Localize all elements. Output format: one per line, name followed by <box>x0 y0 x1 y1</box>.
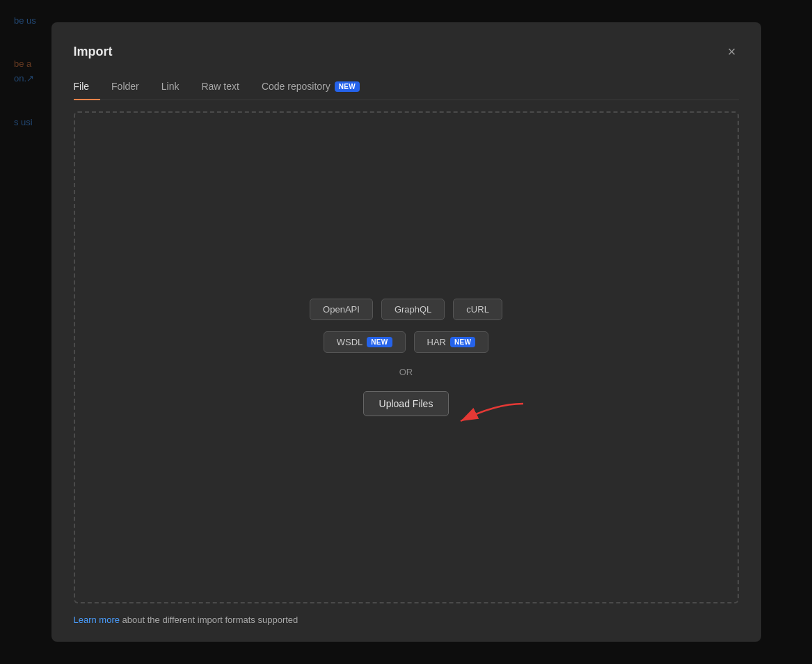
tab-bar: File Folder Link Raw text Code repositor… <box>74 75 739 100</box>
curl-button[interactable]: cURL <box>453 299 502 320</box>
modal-title: Import <box>74 45 113 59</box>
wsdl-button[interactable]: WSDL NEW <box>324 331 406 353</box>
footer-description: about the different import formats suppo… <box>120 615 298 625</box>
tab-rawtext[interactable]: Raw text <box>190 75 250 100</box>
openapi-button[interactable]: OpenAPI <box>310 299 373 320</box>
import-modal: Import × File Folder Link Raw text Code … <box>51 22 761 642</box>
close-button[interactable]: × <box>725 42 739 61</box>
learn-more-link[interactable]: Learn more <box>74 615 120 625</box>
tab-link[interactable]: Link <box>150 75 191 100</box>
tab-coderepo[interactable]: Code repository New <box>250 75 371 100</box>
tab-folder[interactable]: Folder <box>100 75 150 100</box>
tab-file[interactable]: File <box>74 75 101 100</box>
file-types-row2: WSDL NEW HAR NEW <box>324 331 488 353</box>
har-button[interactable]: HAR NEW <box>414 331 489 353</box>
har-new-badge: NEW <box>450 337 475 347</box>
upload-area: Upload Files <box>363 391 449 416</box>
or-separator: OR <box>399 367 413 377</box>
wsdl-new-badge: NEW <box>367 337 392 347</box>
coderepo-new-badge: New <box>335 81 360 92</box>
file-types-container: OpenAPI GraphQL cURL WSDL NEW HAR NEW <box>310 299 502 416</box>
drop-zone[interactable]: OpenAPI GraphQL cURL WSDL NEW HAR NEW <box>74 111 739 603</box>
file-types-row1: OpenAPI GraphQL cURL <box>310 299 502 320</box>
arrow-indicator <box>440 397 530 438</box>
modal-header: Import × <box>74 42 739 61</box>
red-arrow-svg <box>440 397 530 435</box>
modal-footer: Learn more about the different import fo… <box>74 615 739 625</box>
upload-files-button[interactable]: Upload Files <box>363 391 449 416</box>
graphql-button[interactable]: GraphQL <box>381 299 445 320</box>
